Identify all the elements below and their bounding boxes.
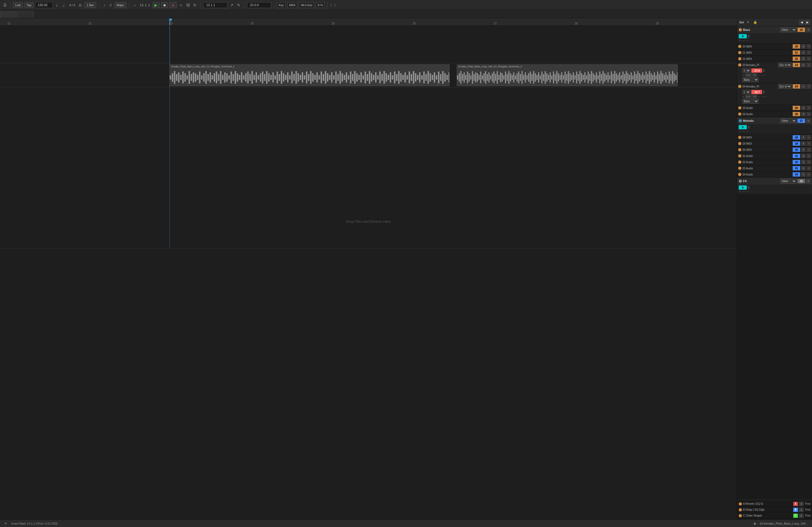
track-24-activate[interactable] bbox=[738, 85, 741, 88]
track-33-s[interactable]: S bbox=[801, 166, 806, 170]
track-24-bass-route[interactable]: Bass bbox=[742, 99, 758, 104]
fx-s-btn[interactable]: S bbox=[806, 179, 810, 183]
track-22-r[interactable]: ● bbox=[807, 57, 811, 61]
arrow-icon[interactable]: ↗ bbox=[229, 2, 234, 8]
track-29-activate[interactable] bbox=[738, 142, 741, 145]
track-32-r[interactable]: ● bbox=[807, 160, 811, 164]
track-32-s[interactable]: S bbox=[801, 160, 806, 164]
track-31-activate[interactable] bbox=[738, 154, 741, 157]
record-button[interactable]: ● bbox=[170, 2, 177, 8]
track-32-num[interactable]: 32 bbox=[793, 160, 800, 164]
link-button[interactable]: Link bbox=[13, 2, 23, 8]
track-31-s[interactable]: S bbox=[801, 154, 806, 158]
melodic-activate[interactable] bbox=[739, 119, 742, 122]
bar-select[interactable]: 1 Bar bbox=[85, 2, 96, 8]
clip-bass-2[interactable]: Armaku_Pluto_Bass_Loop_140_C#_Phrygian_D… bbox=[457, 64, 678, 86]
track-34-r[interactable]: ● bbox=[807, 172, 811, 177]
track-22-num[interactable]: 22 bbox=[793, 57, 800, 61]
mixer-nav-right[interactable]: ▶ bbox=[805, 20, 810, 25]
track-28-s[interactable]: S bbox=[801, 135, 806, 139]
hamburger-icon[interactable]: ☰ bbox=[2, 2, 8, 8]
track-20-activate[interactable] bbox=[738, 45, 741, 48]
melodic-s-btn[interactable]: S bbox=[806, 119, 810, 123]
record-quantize-icon[interactable]: ⊙ bbox=[77, 2, 83, 8]
return-c-s[interactable]: S bbox=[799, 514, 803, 518]
track-23-activate[interactable] bbox=[738, 63, 741, 66]
track-26-r[interactable]: ● bbox=[807, 112, 811, 116]
track-24-vol[interactable]: -16.7 bbox=[751, 90, 762, 94]
track-22-activate[interactable] bbox=[738, 57, 741, 60]
track-29-r[interactable]: ● bbox=[807, 141, 811, 146]
play-button[interactable]: ▶ bbox=[153, 2, 160, 8]
track-31-r[interactable]: ● bbox=[807, 154, 811, 158]
bass-activate[interactable] bbox=[739, 28, 742, 31]
return-b-num[interactable]: B bbox=[793, 508, 798, 512]
track-28-r[interactable]: ● bbox=[807, 135, 811, 139]
metronome-icon[interactable]: ♩ bbox=[54, 2, 60, 8]
melodic-routing-select[interactable]: Other bbox=[780, 118, 796, 123]
track-24-sub-input[interactable]: 1 bbox=[742, 90, 751, 94]
return-b-s[interactable]: S bbox=[799, 508, 803, 512]
add-icon[interactable]: + bbox=[178, 2, 184, 8]
track-23-r[interactable]: ● bbox=[807, 63, 811, 67]
melodic-num-box[interactable]: 27 bbox=[798, 119, 805, 123]
track-23-auto-btn[interactable]: Auto bbox=[745, 73, 752, 77]
track-26-activate[interactable] bbox=[738, 112, 741, 116]
track-33-r[interactable]: ● bbox=[807, 166, 811, 170]
return-c-activate[interactable] bbox=[739, 514, 742, 517]
track-23-s[interactable]: S bbox=[801, 63, 806, 67]
track-24-input-select[interactable]: Ext. In bbox=[778, 84, 792, 89]
track-29-num[interactable]: 29 bbox=[793, 141, 800, 146]
track-33-num[interactable]: 33 bbox=[793, 166, 800, 170]
track-24-r[interactable]: ● bbox=[807, 84, 811, 89]
tab-session[interactable] bbox=[17, 11, 34, 18]
track-26-s[interactable]: S bbox=[801, 112, 806, 116]
mixer-nav-left[interactable]: ◀ bbox=[799, 20, 804, 25]
bass-routing-select[interactable]: Other bbox=[780, 27, 796, 32]
return-a-s[interactable]: S bbox=[799, 502, 803, 506]
return-a-num[interactable]: A bbox=[793, 502, 798, 506]
track-20-num[interactable]: 20 bbox=[793, 44, 800, 48]
track-34-s[interactable]: S bbox=[801, 172, 806, 177]
play-status-icon[interactable]: ▶ bbox=[753, 521, 757, 526]
track-34-num[interactable]: 34 bbox=[793, 172, 800, 177]
track-22-s[interactable]: S bbox=[801, 57, 806, 61]
mixer-pencil-icon[interactable]: ✎ bbox=[745, 19, 751, 25]
mixer-lock-icon[interactable]: 🔒 bbox=[752, 19, 758, 25]
stop-button[interactable]: ■ bbox=[161, 2, 168, 8]
track-24-auto-btn[interactable]: Auto bbox=[745, 95, 752, 98]
clip-bass-1[interactable]: Armaku_Pluto_Bass_Loop_140_C#_Phrygian_D… bbox=[170, 64, 450, 86]
track-30-activate[interactable] bbox=[738, 148, 741, 151]
melodic-vol-box[interactable]: 0 bbox=[739, 125, 747, 129]
settings-icon[interactable]: ⋮⋮ bbox=[330, 2, 336, 8]
track-21-num[interactable]: 21 bbox=[793, 50, 800, 55]
track-23-vol[interactable]: -17.4 bbox=[751, 69, 762, 73]
pencil-icon[interactable]: ✎ bbox=[236, 2, 242, 8]
link2-icon[interactable]: ⛓ bbox=[185, 2, 191, 8]
tab-arrangement[interactable] bbox=[0, 11, 17, 18]
track-24-off-btn[interactable]: Off bbox=[752, 95, 757, 98]
tap-button[interactable]: Tap bbox=[25, 2, 33, 8]
track-23-sub-input[interactable]: 2 bbox=[742, 69, 751, 73]
track-24-s[interactable]: S bbox=[801, 84, 806, 89]
track-25-num[interactable]: 25 bbox=[793, 106, 800, 110]
track-23-input-select[interactable]: Ext. In bbox=[778, 62, 792, 67]
fx-activate[interactable] bbox=[739, 180, 742, 183]
track-30-num[interactable]: 30 bbox=[793, 148, 800, 152]
track-23-off-btn[interactable]: Off bbox=[752, 73, 757, 77]
loop2-icon[interactable]: ↻ bbox=[192, 2, 198, 8]
track-28-activate[interactable] bbox=[738, 136, 741, 139]
time-sig-display[interactable]: 4 / 4 bbox=[68, 3, 76, 7]
track-21-r[interactable]: ● bbox=[807, 50, 811, 55]
tempo-display[interactable]: 135.00 bbox=[35, 2, 53, 8]
track-31-num[interactable]: 31 bbox=[793, 154, 800, 158]
metronome2-icon[interactable]: ♩ bbox=[61, 2, 67, 8]
loop-icon[interactable]: ↔ bbox=[132, 2, 137, 8]
fx-num-box[interactable]: 35 bbox=[798, 179, 805, 183]
track-25-s[interactable]: S bbox=[801, 106, 806, 110]
track-23-bass-route[interactable]: Bass bbox=[742, 77, 758, 82]
key-icon[interactable]: ♪ bbox=[102, 2, 107, 8]
track-26-num[interactable]: 26 bbox=[793, 112, 800, 116]
bass-num-box[interactable]: 19 bbox=[798, 28, 805, 32]
track-32-activate[interactable] bbox=[738, 161, 741, 164]
